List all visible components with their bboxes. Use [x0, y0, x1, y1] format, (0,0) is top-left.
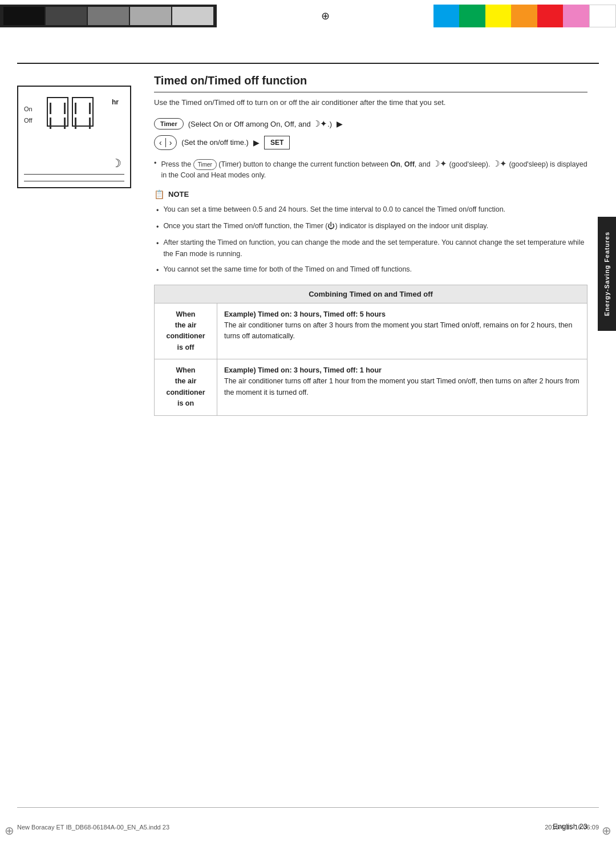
- registration-center: ⊕: [217, 0, 433, 31]
- timer-pill-1: Timer: [154, 118, 184, 129]
- instruction-row-1: Timer (Select On or Off among On, Off, a…: [154, 118, 587, 129]
- table-header: Combining Timed on and Timed off: [155, 285, 587, 303]
- page-number: English 23: [553, 822, 587, 831]
- note-bullet-3: •: [156, 238, 159, 260]
- side-tab: Energy-Saving Features: [598, 217, 616, 331]
- note-bullet-2: •: [156, 222, 159, 233]
- table-row-2: Whenthe airconditioneris on Example) Tim…: [155, 359, 587, 416]
- note-section: 📋 NOTE • You can set a time between 0.5 …: [154, 189, 587, 277]
- instruction-row-2: ‹ › (Set the on/off time.) ▶ SET: [154, 135, 587, 150]
- bullet-item-timer: • Press the Timer (Timer) button to chan…: [154, 157, 587, 181]
- note-text-4: You cannot set the same time for both of…: [163, 264, 412, 276]
- footer-filename: New Boracay ET IB_DB68-06184A-00_EN_A5.i…: [17, 824, 169, 831]
- arrow-right-1: ▶: [337, 119, 343, 128]
- display-labels: On Off: [24, 104, 33, 127]
- bullet-timer-text: Press the Timer (Timer) button to change…: [161, 157, 587, 181]
- table-content-1: Example) Timed on: 3 hours, Timed off: 5…: [217, 303, 587, 359]
- hr-label: hr: [112, 98, 119, 106]
- note-bullet-1: •: [156, 205, 159, 216]
- section-intro: Use the Timed on/Timed off to turn on or…: [154, 97, 587, 109]
- registration-mark-bl: ⊕: [5, 824, 14, 837]
- bullet-section: • Press the Timer (Timer) button to chan…: [154, 157, 587, 181]
- display-underline1: [24, 174, 124, 175]
- off-label: Off: [24, 115, 33, 127]
- top-rule: [17, 63, 599, 64]
- instruction-2-text: (Set the on/off time.): [181, 138, 249, 147]
- note-bullets: • You can set a time between 0.5 and 24 …: [156, 204, 587, 277]
- nav-buttons: ‹ ›: [154, 135, 177, 150]
- combining-table: Combining Timed on and Timed off Whenthe…: [154, 285, 587, 416]
- main-content: On Off: [17, 74, 587, 796]
- nav-right-icon[interactable]: ›: [169, 138, 172, 147]
- example-title-1: Example) Timed on: 3 hours, Timed off: 5…: [224, 310, 386, 318]
- note-icon: 📋: [154, 189, 165, 200]
- display-sleep-icon: ☽: [111, 156, 121, 170]
- instruction-1-text: (Select On or Off among On, Off, and ☽✦.…: [188, 119, 332, 129]
- right-panel: Timed on/Timed off function Use the Time…: [154, 74, 587, 796]
- nav-divider: [165, 138, 166, 147]
- on-label: On: [24, 104, 33, 115]
- digit-block-1: [47, 97, 68, 127]
- side-tab-label: Energy-Saving Features: [603, 232, 610, 316]
- note-item-1: • You can set a time between 0.5 and 24 …: [156, 204, 587, 216]
- display-underline2: [24, 181, 124, 181]
- display-digits: [47, 97, 94, 127]
- arrow-right-2: ▶: [253, 138, 260, 147]
- top-color-bar: ⊕: [0, 0, 616, 31]
- note-header: 📋 NOTE: [154, 189, 587, 200]
- nav-left-icon[interactable]: ‹: [159, 138, 162, 147]
- note-text-2: Once you start the Timed on/off function…: [163, 221, 488, 233]
- note-item-2: • Once you start the Timed on/off functi…: [156, 221, 587, 233]
- row-label-1: Whenthe airconditioneris off: [155, 303, 217, 359]
- table-content-2: Example) Timed on: 3 hours, Timed off: 1…: [217, 359, 587, 416]
- note-item-3: • After starting the Timed on function, …: [156, 237, 587, 260]
- table-row-1: Whenthe airconditioneris off Example) Ti…: [155, 303, 587, 359]
- timer-pill-inline: Timer: [193, 159, 217, 171]
- row-label-2: Whenthe airconditioneris on: [155, 359, 217, 416]
- page-lang: English: [553, 822, 579, 831]
- note-bullet-4: •: [156, 265, 159, 276]
- digit-block-2: [72, 97, 94, 127]
- example-desc-2: The air conditioner turns off after 1 ho…: [224, 377, 579, 396]
- set-button[interactable]: SET: [264, 136, 290, 149]
- display-illustration: On Off: [17, 86, 131, 188]
- note-text-3: After starting the Timed on function, yo…: [163, 237, 587, 260]
- footer: New Boracay ET IB_DB68-06184A-00_EN_A5.i…: [17, 824, 599, 831]
- example-desc-1: The air conditioner turns on after 3 hou…: [224, 321, 573, 340]
- registration-mark-br: ⊕: [602, 824, 611, 837]
- note-item-4: • You cannot set the same time for both …: [156, 264, 587, 276]
- page-num: 23: [579, 822, 587, 831]
- left-panel: On Off: [17, 74, 137, 796]
- note-text-1: You can set a time between 0.5 and 24 ho…: [163, 204, 505, 216]
- bullet-dot: •: [154, 158, 156, 181]
- bottom-rule: [17, 807, 599, 808]
- section-title: Timed on/Timed off function: [154, 74, 587, 92]
- note-label: NOTE: [168, 190, 189, 199]
- example-title-2: Example) Timed on: 3 hours, Timed off: 1…: [224, 366, 382, 374]
